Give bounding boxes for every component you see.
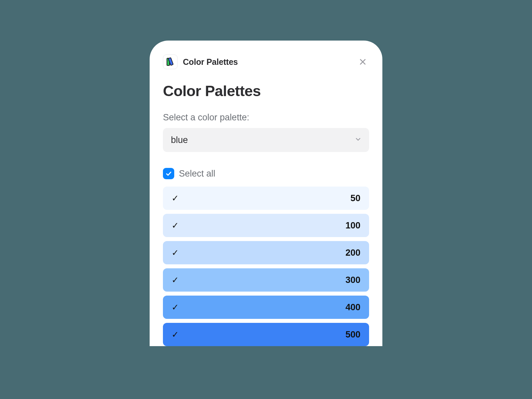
swatch-label: 500	[345, 330, 360, 340]
select-all-label: Select all	[179, 169, 215, 179]
swatch-label: 400	[345, 302, 360, 313]
swatch-list: ✓50✓100✓200✓300✓400✓500	[163, 187, 369, 346]
check-icon: ✓	[172, 330, 179, 339]
check-icon: ✓	[172, 194, 179, 202]
header-title: Color Palettes	[183, 57, 238, 67]
color-palettes-panel: Color Palettes Color Palettes Select a c…	[150, 41, 382, 346]
swatch-row[interactable]: ✓200	[163, 241, 369, 264]
select-all-row: Select all	[163, 168, 369, 179]
swatch-label: 300	[345, 275, 360, 285]
check-icon: ✓	[172, 303, 179, 312]
swatch-row[interactable]: ✓400	[163, 296, 369, 319]
palette-select-label: Select a color palette:	[163, 112, 369, 123]
app-icon	[163, 55, 178, 69]
palette-select[interactable]: blue	[163, 128, 369, 152]
swatch-label: 100	[345, 220, 360, 231]
swatch-row[interactable]: ✓50	[163, 187, 369, 210]
check-icon: ✓	[172, 276, 179, 284]
swatch-row[interactable]: ✓500	[163, 323, 369, 346]
swatch-label: 200	[345, 248, 360, 258]
panel-header: Color Palettes	[163, 55, 369, 69]
check-icon	[165, 170, 172, 177]
swatch-label: 50	[350, 193, 360, 203]
check-icon: ✓	[172, 248, 179, 257]
select-all-checkbox[interactable]	[163, 168, 174, 179]
swatch-row[interactable]: ✓300	[163, 268, 369, 292]
close-button[interactable]	[356, 56, 369, 68]
palette-select-wrap: blue	[163, 128, 369, 152]
swatch-row[interactable]: ✓100	[163, 214, 369, 237]
page-title: Color Palettes	[163, 82, 369, 100]
check-icon: ✓	[172, 221, 179, 230]
close-icon	[359, 58, 367, 66]
